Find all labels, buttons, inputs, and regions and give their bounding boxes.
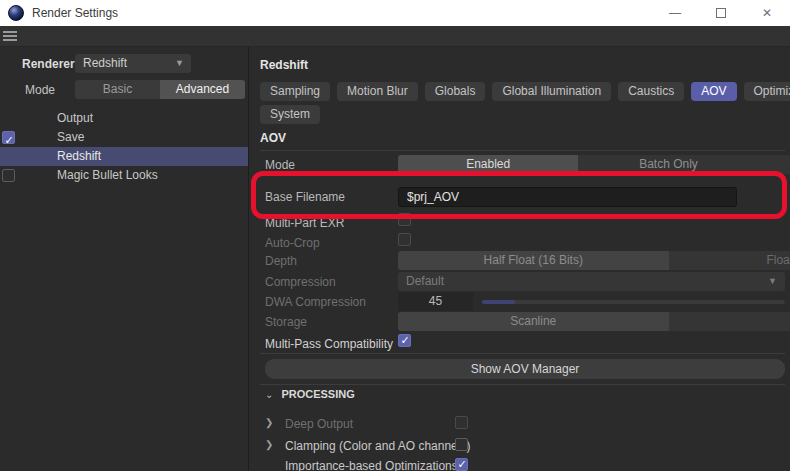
auto-crop-control: [398, 233, 785, 252]
importance-optimizations-checkbox[interactable]: [455, 458, 468, 471]
depth-segmented: Half Float (16 Bits) Float (32 Bits): [398, 251, 790, 270]
window-controls: — ✕: [652, 0, 790, 26]
compression-value: Default: [406, 274, 444, 288]
main-panel: Redshift Sampling Motion Blur Globals Gl…: [249, 47, 790, 471]
renderer-row: Renderer Redshift ▼: [0, 54, 248, 73]
maximize-button[interactable]: [698, 0, 744, 26]
deep-output-checkbox[interactable]: [455, 416, 468, 429]
page-title: Redshift: [260, 58, 308, 72]
renderer-dropdown[interactable]: Redshift ▼: [75, 54, 191, 73]
separator: [260, 384, 785, 385]
compression-label: Compression: [265, 275, 336, 289]
tab-system[interactable]: System: [260, 105, 320, 124]
depth-half-float-button[interactable]: Half Float (16 Bits): [398, 251, 669, 270]
multi-part-exr-checkbox[interactable]: [398, 213, 411, 226]
chevron-right-icon[interactable]: ❯: [265, 417, 273, 428]
storage-label: Storage: [265, 315, 307, 329]
tree-item-label: Redshift: [57, 147, 101, 166]
renderer-label: Renderer: [22, 57, 75, 71]
processing-title: ⌄PROCESSING: [265, 388, 355, 400]
multi-pass-compatibility-checkbox[interactable]: [398, 334, 411, 347]
auto-crop-checkbox[interactable]: [398, 233, 411, 246]
mode-disabled-button[interactable]: Disabled: [759, 155, 790, 174]
multi-part-exr-label: Multi-Part EXR: [265, 216, 344, 230]
tab-global-illumination[interactable]: Global Illumination: [492, 82, 611, 101]
dwa-compression-slider[interactable]: [482, 300, 785, 304]
aov-mode-segmented: Enabled Batch Only Disabled: [398, 155, 790, 174]
slider-fill: [482, 300, 515, 304]
minimize-button[interactable]: —: [652, 0, 698, 26]
sidebar-mode-row: Mode Basic Advanced: [0, 80, 248, 99]
tree-item-label: Save: [57, 128, 84, 147]
chevron-right-icon[interactable]: ❯: [265, 439, 273, 450]
mode-toggle: Basic Advanced: [75, 80, 245, 99]
clamping-label: Clamping (Color and AO channels): [285, 439, 470, 453]
tab-motion-blur[interactable]: Motion Blur: [337, 82, 418, 101]
importance-optimizations-row: Importance-based Optimizations: [249, 456, 790, 471]
compression-dropdown[interactable]: Default ▼: [398, 272, 785, 291]
dwa-compression-label: DWA Compression: [265, 295, 366, 309]
section-title-aov: AOV: [260, 131, 286, 145]
tree-item-label: Magic Bullet Looks: [57, 166, 158, 185]
multi-pass-compatibility-control: [398, 334, 785, 353]
multi-pass-compatibility-label: Multi-Pass Compatibility: [265, 337, 393, 351]
cinema4d-app-icon: [8, 5, 24, 21]
mode-basic-button[interactable]: Basic: [75, 80, 160, 99]
mode-enabled-button[interactable]: Enabled: [398, 155, 578, 174]
renderer-value: Redshift: [83, 56, 127, 70]
depth-row: Depth Half Float (16 Bits) Float (32 Bit…: [249, 251, 790, 270]
chevron-down-icon: ▼: [175, 54, 184, 73]
depth-float-button[interactable]: Float (32 Bits): [669, 251, 790, 270]
tab-sampling[interactable]: Sampling: [260, 82, 330, 101]
magic-bullet-looks-checkbox[interactable]: [2, 169, 15, 182]
dwa-compression-value-field[interactable]: 45: [398, 292, 473, 311]
tab-bar-row2: System: [260, 105, 320, 124]
deep-output-row: ❯ Deep Output: [249, 414, 790, 433]
tree-item-magic-bullet-looks[interactable]: Magic Bullet Looks: [0, 166, 248, 185]
multi-pass-compatibility-row: Multi-Pass Compatibility: [249, 334, 790, 353]
aov-mode-row: Mode Enabled Batch Only Disabled: [249, 155, 790, 174]
importance-optimizations-label: Importance-based Optimizations: [285, 459, 458, 471]
auto-crop-row: Auto-Crop: [249, 233, 790, 252]
show-aov-manager-button[interactable]: Show AOV Manager: [265, 359, 785, 379]
tree-item-save[interactable]: Save: [0, 128, 248, 147]
maximize-icon: [716, 8, 726, 18]
hamburger-menu-icon[interactable]: [3, 31, 17, 42]
multi-part-exr-row: Multi-Part EXR: [249, 213, 790, 232]
base-filename-input[interactable]: [398, 187, 737, 207]
tab-optimizations[interactable]: Optimizations: [744, 82, 790, 101]
tab-globals[interactable]: Globals: [425, 82, 486, 101]
settings-body: Renderer Redshift ▼ Mode Basic Advanced …: [0, 47, 790, 471]
deep-output-label: Deep Output: [285, 417, 353, 431]
dwa-compression-row: DWA Compression 45: [249, 292, 790, 311]
depth-label: Depth: [265, 254, 297, 268]
mode-batch-only-button[interactable]: Batch Only: [578, 155, 758, 174]
chevron-down-icon: ▼: [768, 272, 777, 291]
aov-manager-row: Show AOV Manager: [249, 359, 790, 378]
dwa-compression-control: 45: [398, 292, 785, 311]
storage-tiled-button[interactable]: Tiled: [669, 312, 790, 331]
auto-crop-label: Auto-Crop: [265, 236, 320, 250]
aov-mode-label: Mode: [265, 158, 295, 172]
processing-section-header[interactable]: ⌄PROCESSING: [249, 388, 790, 407]
storage-segmented: Scanline Tiled: [398, 312, 790, 331]
tree-item-label: Output: [57, 109, 93, 128]
tab-caustics[interactable]: Caustics: [618, 82, 684, 101]
base-filename-controls: ▼: [398, 187, 785, 206]
clamping-checkbox[interactable]: [455, 438, 468, 451]
tab-bar: Sampling Motion Blur Globals Global Illu…: [260, 82, 790, 101]
save-checkbox[interactable]: [2, 131, 15, 144]
tree-item-output[interactable]: Output: [0, 109, 248, 128]
tab-aov[interactable]: AOV: [691, 82, 736, 101]
mode-label: Mode: [25, 83, 55, 97]
settings-tree: Output Save Redshift Magic Bullet Looks: [0, 109, 248, 185]
storage-scanline-button[interactable]: Scanline: [398, 312, 669, 331]
close-button[interactable]: ✕: [744, 0, 790, 26]
tree-item-redshift[interactable]: Redshift: [0, 147, 248, 166]
compression-control: Default ▼: [398, 272, 785, 291]
title-bar: Render Settings — ✕: [0, 0, 790, 26]
base-filename-row: Base Filename ▼: [249, 187, 790, 206]
mode-advanced-button[interactable]: Advanced: [160, 80, 245, 99]
separator: [260, 150, 785, 151]
chevron-down-icon: ⌄: [265, 389, 273, 400]
